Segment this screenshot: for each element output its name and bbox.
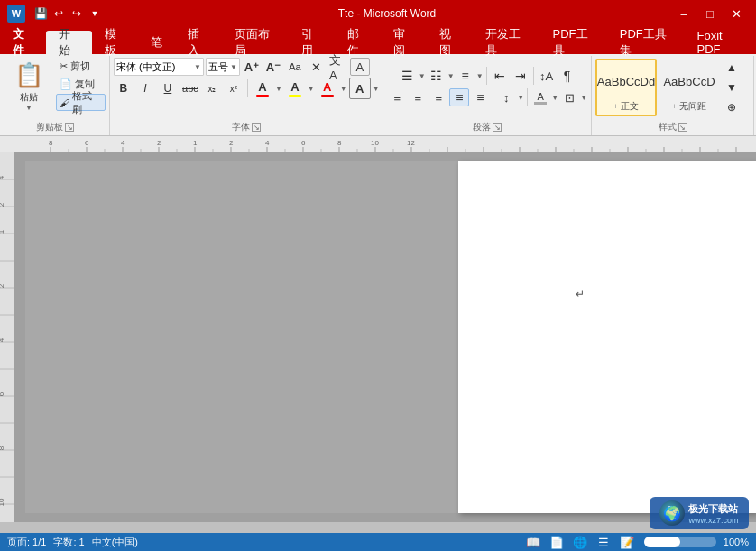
font-grow-btn[interactable]: A⁺ xyxy=(242,58,262,76)
line-spacing-arrow[interactable]: ▼ xyxy=(517,94,524,102)
svg-text:2: 2 xyxy=(0,283,5,288)
italic-btn[interactable]: I xyxy=(135,79,155,97)
redo-quick-btn[interactable]: ↪ xyxy=(69,5,85,22)
title-bar-left: W 💾 ↩ ↪ ▼ xyxy=(7,5,103,23)
multilevel-list-btn[interactable]: ≡ xyxy=(456,67,475,85)
styles-expand[interactable]: ↘ xyxy=(678,123,687,132)
font-expand[interactable]: ↘ xyxy=(252,123,261,132)
justify-btn[interactable]: ≡ xyxy=(449,88,469,106)
font-outline-arrow[interactable]: ▼ xyxy=(373,85,380,93)
tab-foxit-pdf[interactable]: Foxit PDF xyxy=(685,31,756,54)
page-view-btn[interactable]: 📄 xyxy=(547,533,567,551)
shading-btn[interactable]: A xyxy=(530,87,550,108)
svg-text:4: 4 xyxy=(0,337,5,342)
outline-view-btn[interactable]: ☰ xyxy=(594,533,613,551)
increase-indent-btn[interactable]: ⇥ xyxy=(511,67,530,85)
font-shadow-arrow[interactable]: ▼ xyxy=(340,85,347,93)
shading-arrow[interactable]: ▼ xyxy=(551,94,558,102)
svg-text:8: 8 xyxy=(49,139,53,147)
font-shadow-btn[interactable]: A xyxy=(317,78,338,99)
customize-quick-btn[interactable]: ▼ xyxy=(87,5,103,22)
decrease-indent-btn[interactable]: ⇤ xyxy=(490,67,510,85)
underline-btn[interactable]: U xyxy=(157,78,179,98)
minimize-btn[interactable]: – xyxy=(671,1,696,26)
read-layout-btn[interactable]: 📖 xyxy=(523,533,543,551)
show-hide-btn[interactable]: ¶ xyxy=(558,67,577,85)
tab-pen[interactable]: 笔 xyxy=(138,31,175,54)
web-view-btn[interactable]: 🌐 xyxy=(570,533,590,551)
list-number-arrow[interactable]: ▼ xyxy=(447,72,455,80)
distributed-btn[interactable]: ≡ xyxy=(470,88,490,106)
font-shrink-btn[interactable]: A⁻ xyxy=(263,58,283,76)
strikethrough-btn[interactable]: abc xyxy=(180,79,200,97)
change-case-btn[interactable]: Aa xyxy=(285,58,305,76)
border-btn[interactable]: ⊡ xyxy=(559,88,579,106)
styles-scroll-down[interactable]: ▼ xyxy=(722,78,742,96)
tab-template[interactable]: 模板 xyxy=(92,31,138,54)
format-brush-button[interactable]: 🖌 格式刷 xyxy=(56,94,106,111)
sort-btn[interactable]: ↕A xyxy=(537,67,557,85)
styles-scroll-up[interactable]: ▲ xyxy=(722,59,742,77)
align-right-btn[interactable]: ≡ xyxy=(429,88,448,106)
para-sep3 xyxy=(493,88,493,106)
window-controls: – □ ✕ xyxy=(671,1,749,26)
cut-icon: ✂ xyxy=(60,60,68,72)
font-group: 宋体 (中文正) ▼ 五号 ▼ A⁺ A⁻ Aa ✕ 文A A B xyxy=(110,56,383,135)
styles-more[interactable]: ⊕ xyxy=(722,98,742,116)
style-no-spacing[interactable]: AaBbCcD + 无间距 xyxy=(659,59,720,116)
draft-view-btn[interactable]: 📝 xyxy=(617,533,637,551)
tab-references[interactable]: 引用 xyxy=(289,31,335,54)
ribbon: 📋 粘贴 ▼ ✂ 剪切 📄 复制 🖌 格式刷 xyxy=(0,54,756,136)
tab-pdf-tools-set[interactable]: PDF工具集 xyxy=(607,31,685,54)
tab-review[interactable]: 审阅 xyxy=(381,31,427,54)
style-normal[interactable]: AaBbCcDd + 正文 xyxy=(595,59,657,116)
tab-pdf-tools[interactable]: PDF工具 xyxy=(540,31,607,54)
align-center-btn[interactable]: ≡ xyxy=(408,88,428,106)
close-btn[interactable]: ✕ xyxy=(724,1,749,26)
font-label: 字体 ↘ xyxy=(114,119,379,135)
ribbon-tabs: 文件 开始 模板 笔 插入 页面布局 引用 邮件 审阅 视图 开发工具 PDF工… xyxy=(0,27,756,54)
tab-insert[interactable]: 插入 xyxy=(175,31,221,54)
highlight-color-btn[interactable]: A xyxy=(284,78,306,99)
font-color-btn[interactable]: A xyxy=(252,78,273,99)
save-quick-btn[interactable]: 💾 xyxy=(32,5,49,22)
tab-home[interactable]: 开始 xyxy=(46,31,92,54)
clipboard-expand[interactable]: ↘ xyxy=(65,123,74,132)
undo-quick-btn[interactable]: ↩ xyxy=(51,5,67,22)
font-color-arrow[interactable]: ▼ xyxy=(275,85,282,93)
multilevel-list-arrow[interactable]: ▼ xyxy=(476,72,484,80)
clear-format-btn[interactable]: ✕ xyxy=(307,58,327,76)
line-spacing-btn[interactable]: ↕ xyxy=(496,88,516,106)
ribbon-toolbar: 📋 粘贴 ▼ ✂ 剪切 📄 复制 🖌 格式刷 xyxy=(0,54,756,135)
font-outline-btn[interactable]: A xyxy=(349,78,371,99)
highlight-color-arrow[interactable]: ▼ xyxy=(308,85,315,93)
tab-page-layout[interactable]: 页面布局 xyxy=(222,31,289,54)
border-arrow[interactable]: ▼ xyxy=(580,94,587,102)
align-left-btn[interactable]: ≡ xyxy=(387,88,407,106)
restore-btn[interactable]: □ xyxy=(697,1,723,26)
tab-file[interactable]: 文件 xyxy=(0,31,46,54)
list-bullet-arrow[interactable]: ▼ xyxy=(419,72,426,80)
list-bullet-btn[interactable]: ☰ xyxy=(398,67,418,85)
subscript-btn[interactable]: x₂ xyxy=(202,79,222,97)
font-name-select[interactable]: 宋体 (中文正) ▼ xyxy=(114,58,204,76)
paragraph-label: 段落 ↘ xyxy=(387,119,587,135)
char-border-btn[interactable]: A xyxy=(350,58,370,76)
tab-view[interactable]: 视图 xyxy=(427,31,473,54)
document-page[interactable]: ↵ xyxy=(458,161,756,513)
cut-button[interactable]: ✂ 剪切 xyxy=(56,58,106,75)
superscript-btn[interactable]: x² xyxy=(224,79,244,97)
document-area: 4 2 1 2 4 6 8 10 ↵ xyxy=(0,152,756,522)
bold-btn[interactable]: B xyxy=(114,79,134,97)
list-number-btn[interactable]: ☷ xyxy=(427,67,447,85)
tab-mail[interactable]: 邮件 xyxy=(335,31,381,54)
tab-developer[interactable]: 开发工具 xyxy=(473,31,539,54)
para-sep1 xyxy=(486,67,487,85)
zoom-slider[interactable] xyxy=(644,537,716,547)
paste-button[interactable]: 📋 粘贴 ▼ xyxy=(5,58,52,115)
watermark-badge: 🌍 极光下载站 www.xz7.com xyxy=(650,497,749,529)
paragraph-expand[interactable]: ↘ xyxy=(493,123,502,132)
font-size-select[interactable]: 五号 ▼ xyxy=(206,58,240,76)
svg-text:8: 8 xyxy=(0,445,5,450)
phonetic-btn[interactable]: 文A xyxy=(328,58,348,76)
